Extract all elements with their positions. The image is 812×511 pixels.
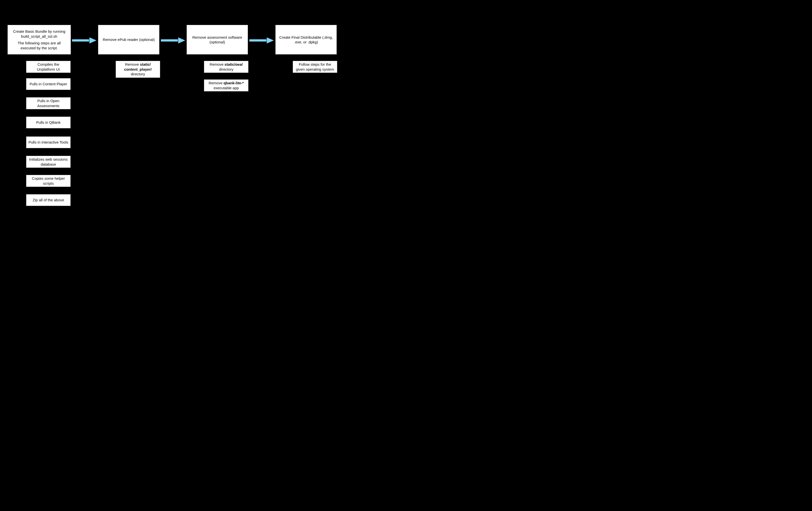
- stage1-sub-5: Initializes web sessions database: [26, 156, 71, 168]
- stage2-sub-0-text: Remove static/ content_player/ directory: [118, 62, 158, 77]
- diagram-canvas: Create Basic Bundle by running build_scr…: [0, 0, 357, 223]
- stage-box-remove-epub: Remove ePub reader (optional): [98, 25, 160, 55]
- stage3-sub-0: Remove static/oea/ directory: [204, 61, 249, 73]
- stage1-sub-4: Pulls in Interactive Tools: [26, 137, 71, 148]
- stage3-sub-1: Remove qbank-lite-* executable app: [204, 79, 249, 91]
- svg-rect-0: [72, 39, 89, 42]
- stage3-sub-0-text: Remove static/oea/ directory: [206, 62, 246, 72]
- stage1-sub-2: Pulls in Open Assessments: [26, 97, 71, 109]
- svg-marker-1: [89, 37, 97, 43]
- stage1-line1: Create Basic Bundle by running build_scr…: [10, 29, 69, 39]
- stage-box-remove-assessment: Remove assessment software (optional): [186, 25, 248, 55]
- stage1-line2: The following steps are all executed by …: [10, 41, 69, 50]
- svg-rect-2: [161, 39, 178, 42]
- stage4-title: Create Final Distributable (.dmg, .exe, …: [278, 35, 335, 44]
- arrow-icon: [72, 37, 97, 44]
- stage-box-final-distributable: Create Final Distributable (.dmg, .exe, …: [275, 25, 337, 55]
- svg-rect-4: [249, 39, 267, 42]
- stage1-sub-6: Copies some helper scripts: [26, 175, 71, 187]
- stage3-title: Remove assessment software (optional): [189, 35, 246, 44]
- stage1-sub-0: Compiles the Unplatform UI: [26, 61, 71, 73]
- arrow-icon: [249, 37, 274, 44]
- svg-marker-5: [267, 37, 274, 43]
- stage2-title: Remove ePub reader (optional): [103, 37, 154, 42]
- stage1-sub-7: Zip all of the above: [26, 194, 71, 206]
- svg-marker-3: [178, 37, 185, 43]
- stage1-sub-1: Pulls in Content Player: [26, 78, 71, 90]
- stage1-sub-3: Pulls in QBank: [26, 117, 71, 128]
- stage3-sub-1-text: Remove qbank-lite-* executable app: [206, 81, 246, 90]
- arrow-icon: [161, 37, 185, 44]
- stage4-sub-0: Follow steps for the given operating sys…: [293, 61, 337, 73]
- stage-box-create-bundle: Create Basic Bundle by running build_scr…: [7, 25, 71, 55]
- stage2-sub-0: Remove static/ content_player/ directory: [116, 61, 160, 78]
